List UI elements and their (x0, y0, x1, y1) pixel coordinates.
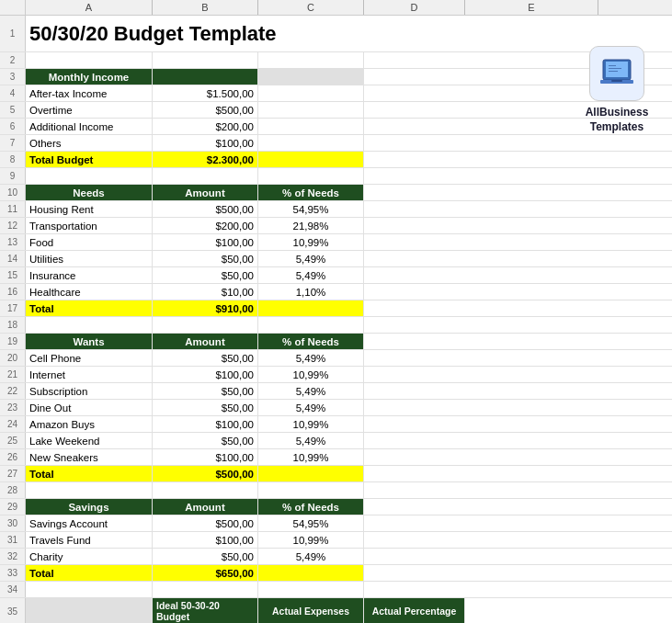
row-num-35: 35 (0, 598, 26, 623)
cell-33c (258, 565, 364, 581)
svg-rect-1 (606, 62, 628, 77)
additional-income-label: Additional Income (26, 119, 153, 134)
row-28: 28 (0, 482, 672, 499)
insurance-amount: $50,00 (153, 267, 258, 283)
row-housing-rent: 11 Housing Rent $500,00 54,95% (0, 201, 672, 218)
row-num-13: 13 (0, 234, 26, 250)
spreadsheet: A B C D E 1 50/30/20 Budget Template 2 3… (0, 0, 672, 623)
row-num-32: 32 (0, 549, 26, 564)
cell-9c (258, 168, 364, 184)
utilities-label: Utilities (26, 251, 153, 266)
row-internet: 21 Internet $100,00 10,99% (0, 367, 672, 383)
summary-h0 (26, 598, 153, 623)
lake-weekend-label: Lake Weekend (26, 433, 153, 448)
row-total-budget: 8 Total Budget $2.300,00 (0, 152, 672, 168)
food-amount: $100,00 (153, 234, 258, 250)
food-label: Food (26, 234, 153, 250)
title: 50/30/20 Budget Template (26, 16, 393, 51)
cell-28a (26, 482, 153, 498)
savings-account-label: Savings Account (26, 515, 153, 531)
insurance-pct: 5,49% (258, 267, 364, 283)
col-a-header: A (26, 0, 153, 15)
row-num-14: 14 (0, 251, 26, 266)
charity-label: Charity (26, 549, 153, 564)
row-num-5: 5 (0, 102, 26, 118)
cell-28c (258, 482, 364, 498)
wants-header: Wants (26, 334, 153, 349)
needs-pct-header: % of Needs (258, 185, 364, 200)
total-budget-label: Total Budget (26, 152, 153, 167)
row-num-31: 31 (0, 532, 26, 548)
cell-34b (153, 582, 258, 597)
savings-header-row: 29 Savings Amount % of Needs (0, 499, 672, 515)
row-num-15: 15 (0, 267, 26, 283)
wants-total-label: Total (26, 466, 153, 481)
row-wants-total: 27 Total $500,00 (0, 466, 672, 482)
others-label: Others (26, 135, 153, 151)
savings-account-pct: 54,95% (258, 515, 364, 531)
row-num-30: 30 (0, 515, 26, 531)
row-utilities: 14 Utilities $50,00 5,49% (0, 251, 672, 267)
row-num-23: 23 (0, 400, 26, 415)
row-savings-total: 33 Total $650,00 (0, 565, 672, 582)
row-num-9: 9 (0, 168, 26, 184)
row-amazon-buys: 24 Amazon Buys $100,00 10,99% (0, 416, 672, 433)
cell-28b (153, 482, 258, 498)
needs-total-label: Total (26, 300, 153, 316)
row-others: 7 Others $100,00 (0, 135, 672, 152)
row-num-34: 34 (0, 582, 26, 597)
cell-2c (258, 52, 364, 68)
healthcare-pct: 1,10% (258, 284, 364, 300)
new-sneakers-label: New Sneakers (26, 449, 153, 465)
cell-2b (153, 52, 258, 68)
row-num-7: 7 (0, 135, 26, 151)
cell-7c (258, 135, 364, 151)
cell-5c (258, 102, 364, 118)
new-sneakers-pct: 10,99% (258, 449, 364, 465)
cell-18b (153, 317, 258, 333)
svg-rect-6 (609, 71, 618, 72)
logo-text: AllBusinessTemplates (586, 106, 649, 134)
laptop-icon (598, 57, 635, 90)
insurance-label: Insurance (26, 267, 153, 283)
wants-pct-header: % of Needs (258, 334, 364, 349)
amazon-buys-amount: $100,00 (153, 416, 258, 432)
row-num-19: 19 (0, 334, 26, 349)
cell-17c (258, 300, 364, 316)
charity-pct: 5,49% (258, 549, 364, 564)
transportation-label: Transportation (26, 218, 153, 233)
row-34: 34 (0, 582, 672, 598)
row-num-2: 2 (0, 52, 26, 68)
row-num-21: 21 (0, 367, 26, 382)
row-num-10: 10 (0, 185, 26, 200)
cell-phone-pct: 5,49% (258, 350, 364, 366)
row-transportation: 12 Transportation $200,00 21,98% (0, 218, 672, 234)
row-num-6: 6 (0, 119, 26, 134)
row-num-22: 22 (0, 383, 26, 399)
row-num-4: 4 (0, 85, 26, 101)
cell-phone-label: Cell Phone (26, 350, 153, 366)
summary-h3: Actual Percentage (364, 598, 465, 623)
row-travels-fund: 31 Travels Fund $100,00 10,99% (0, 532, 672, 549)
row-num-3: 3 (0, 69, 26, 85)
row-charity: 32 Charity $50,00 5,49% (0, 549, 672, 565)
row-num-16: 16 (0, 284, 26, 300)
row-num-1: 1 (0, 16, 26, 51)
row-needs-total: 17 Total $910,00 (0, 300, 672, 317)
cell-4c (258, 85, 364, 101)
subscription-label: Subscription (26, 383, 153, 399)
internet-amount: $100,00 (153, 367, 258, 382)
row-9: 9 (0, 168, 672, 185)
cell-34c (258, 582, 364, 597)
summary-h1: Ideal 50-30-20 Budget (153, 598, 258, 623)
row-food: 13 Food $100,00 10,99% (0, 234, 672, 251)
cell-18a (26, 317, 153, 333)
lake-weekend-amount: $50,00 (153, 433, 258, 448)
cell-27c (258, 466, 364, 481)
housing-rent-pct: 54,95% (258, 201, 364, 217)
summary-h2: Actual Expenses (258, 598, 364, 623)
subscription-amount: $50,00 (153, 383, 258, 399)
cell-3b (153, 69, 258, 85)
needs-amount-header: Amount (153, 185, 258, 200)
row-num-25: 25 (0, 433, 26, 448)
